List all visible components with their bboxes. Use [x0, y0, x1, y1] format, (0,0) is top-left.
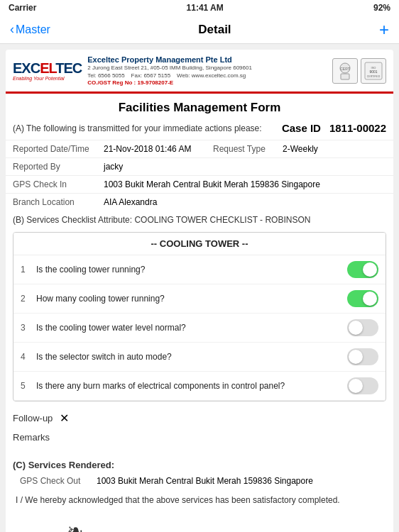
followup-row: Follow-up ✕ — [6, 404, 393, 428]
form-title: Facilities Management Form — [6, 94, 393, 119]
cert-badges: CERT ISO 9001 CERTIFIED — [332, 58, 386, 84]
logo: EXCELTEC Enabling Your Potential — [13, 61, 82, 81]
svg-text:CERTIFIED: CERTIFIED — [367, 75, 381, 78]
company-details: Exceltec Property Management Pte Ltd 2 J… — [87, 55, 327, 86]
company-header: EXCELTEC Enabling Your Potential Excelte… — [6, 50, 393, 94]
company-fax: Fax: 6567 5155 — [131, 72, 171, 79]
status-bar: Carrier 11:41 AM 92% — [0, 0, 399, 16]
remarks-label: Remarks — [13, 432, 50, 443]
toggle-knob — [349, 379, 363, 393]
request-type-label: Request Type — [213, 144, 277, 154]
checklist-items: 1Is the cooling tower running?2How many … — [13, 255, 386, 401]
back-button[interactable]: ‹ Master — [10, 22, 50, 37]
nav-bar: ‹ Master Detail + — [0, 16, 399, 44]
checklist-toggle[interactable] — [347, 319, 378, 336]
checklist-row: 1Is the cooling tower running? — [13, 255, 386, 284]
checklist-toggle[interactable] — [347, 261, 378, 278]
completed-date-line: 21-Nov-2018 01:46 AM — [265, 519, 383, 532]
services-header: (C) Services Rendered: — [6, 453, 393, 473]
reported-by-row: Reported By jacky — [6, 157, 393, 175]
followup-label: Follow-up — [13, 413, 53, 423]
checklist-question: Is the selector switch in auto mode? — [36, 352, 341, 362]
reported-date-row: Reported Date/Time 21-Nov-2018 01:46 AM … — [6, 140, 393, 157]
logo-text: EXCELTEC — [13, 61, 82, 75]
signature-line: ❧ — [16, 519, 134, 532]
branch-location-row: Branch Location AIA Alexandra — [6, 193, 393, 211]
checklist-question: Is the cooling tower running? — [36, 265, 341, 275]
company-address: 2 Jurong East Street 21, #05-05 IMM Buil… — [87, 64, 327, 72]
checklist-num: 1 — [21, 265, 31, 275]
gps-checkout-label: GPS Check Out — [20, 476, 91, 486]
signature-block: ❧ Signature — [16, 519, 134, 532]
checklist-question: How many cooling tower running? — [36, 294, 341, 304]
remarks-row: Remarks — [6, 428, 393, 447]
carrier-label: Carrier — [9, 3, 36, 13]
checklist-num: 2 — [21, 294, 31, 304]
gps-checkin-value: 1003 Bukit Merah Central Bukit Merah 159… — [104, 179, 386, 189]
acknowledged-by-line: mm — [140, 519, 258, 532]
battery-label: 92% — [373, 3, 390, 13]
toggle-knob — [349, 321, 363, 335]
svg-rect-1 — [341, 74, 349, 79]
checklist-toggle[interactable] — [347, 348, 378, 365]
checklist-box: -- COOLING TOWER -- 1Is the cooling towe… — [13, 232, 386, 401]
svg-text:9001: 9001 — [369, 70, 377, 74]
back-label: Master — [16, 23, 50, 36]
company-gst: CO./GST Reg No : 19-9708207-E — [87, 79, 327, 86]
checklist-toggle[interactable] — [347, 290, 378, 307]
logo-subtitle: Enabling Your Potential — [13, 76, 82, 81]
checklist-num: 5 — [21, 381, 31, 391]
nav-title: Detail — [198, 23, 231, 37]
transmit-text: (A) The following is transmitted for you… — [13, 123, 276, 133]
checklist-row: 2How many cooling tower running? — [13, 284, 386, 314]
checklist-row: 5Is there any burn marks of electrical c… — [13, 372, 386, 401]
gps-checkout-row: GPS Check Out 1003 Bukit Merah Central B… — [6, 473, 393, 489]
request-type-value: 2-Weekly — [283, 144, 386, 154]
add-button[interactable]: + — [379, 21, 389, 38]
company-contact: Tel: 6566 5055 Fax: 6567 5155 Web: www.e… — [87, 72, 327, 79]
case-id-row: (A) The following is transmitted for you… — [6, 119, 393, 140]
gps-checkout-value: 1003 Bukit Merah Central Bukit Merah 159… — [97, 476, 313, 486]
reported-date-value: 21-Nov-2018 01:46 AM — [104, 144, 207, 154]
time-label: 11:41 AM — [187, 3, 224, 13]
checklist-row: 3Is the cooling tower water level normal… — [13, 314, 386, 343]
back-chevron-icon: ‹ — [10, 22, 14, 37]
signature-section: ❧ Signature mm Acknowledged By 21-Nov-20… — [6, 512, 393, 532]
svg-text:CERT: CERT — [340, 67, 350, 71]
logo-area: EXCELTEC Enabling Your Potential — [13, 61, 82, 81]
checklist-row: 4Is the selector switch in auto mode? — [13, 343, 386, 372]
case-id-value: 1811-00022 — [329, 122, 386, 134]
cert-badge-1: CERT — [332, 58, 358, 84]
checklist-title: -- COOLING TOWER -- — [13, 233, 386, 255]
reported-by-label: Reported By — [13, 162, 98, 172]
followup-x-icon[interactable]: ✕ — [60, 411, 69, 425]
checklist-toggle[interactable] — [347, 377, 378, 394]
company-name: Exceltec Property Management Pte Ltd — [87, 55, 327, 64]
toggle-knob — [349, 350, 363, 364]
signature-image: ❧ — [67, 519, 83, 532]
completed-date-block: 21-Nov-2018 01:46 AM Completed Date/Time — [265, 519, 383, 532]
reported-by-value: jacky — [104, 162, 386, 172]
toggle-knob — [363, 292, 377, 306]
reported-date-label: Reported Date/Time — [13, 144, 98, 154]
main-content: EXCELTEC Enabling Your Potential Excelte… — [6, 50, 393, 532]
gps-checkin-label: GPS Check In — [13, 179, 98, 189]
cert-badge-2: ISO 9001 CERTIFIED — [361, 58, 386, 84]
checklist-num: 4 — [21, 352, 31, 362]
company-web: Web: www.exceltec.com.sg — [177, 72, 246, 79]
checklist-section-header: (B) Services Checklist Attribute: COOLIN… — [6, 211, 393, 229]
checklist-num: 3 — [21, 323, 31, 333]
company-tel: Tel: 6566 5055 — [87, 72, 125, 79]
checklist-question: Is there any burn marks of electrical co… — [36, 381, 341, 391]
acknowledged-text: I / We hereby acknowledged that the abov… — [6, 489, 393, 512]
branch-location-label: Branch Location — [13, 197, 98, 207]
case-id-label: Case ID — [282, 122, 321, 134]
branch-location-value: AIA Alexandra — [104, 197, 386, 207]
checklist-question: Is the cooling tower water level normal? — [36, 323, 341, 333]
toggle-knob — [363, 262, 377, 277]
acknowledged-by-block: mm Acknowledged By — [140, 519, 258, 532]
gps-checkin-row: GPS Check In 1003 Bukit Merah Central Bu… — [6, 175, 393, 193]
